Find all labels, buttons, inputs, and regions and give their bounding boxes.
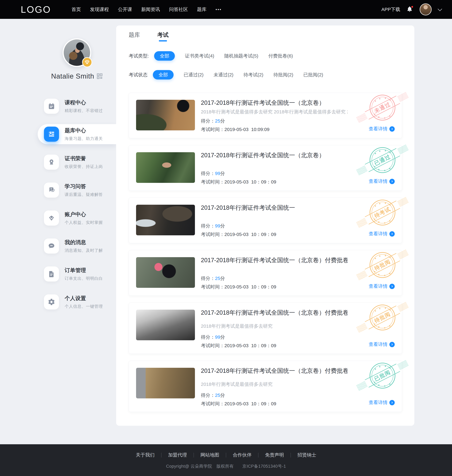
footer-link-partners[interactable]: 合作伙伴: [233, 452, 252, 458]
sidebar-item-subtitle: 精彩课程、不容错过: [65, 108, 103, 113]
status-stamp: 未通过: [370, 95, 395, 121]
medal-icon: [44, 155, 59, 170]
exam-description: 2018年行测考试是最值得多去研究: [201, 323, 348, 329]
exam-card-list: 2017-2018年行测证件考试全国统一（北京卷） 2018年行测考试是最值得多…: [129, 93, 402, 412]
view-detail-link[interactable]: 查看详情›: [369, 283, 395, 290]
exam-card: 2017-2018年行测证件考试全国统一（北京卷）付费批卷 2018年行测考试是…: [129, 303, 402, 354]
footer-separator: [226, 453, 226, 457]
exam-time-value: 2019-05-03 10：09：09: [224, 343, 276, 348]
footer-link-disclaimer[interactable]: 免责声明: [265, 452, 284, 458]
nav-item-question-bank[interactable]: 题库: [197, 6, 206, 13]
sidebar-item-subtitle: 消息通知、及时了解: [65, 248, 103, 253]
exam-time-value: 2019-05-03 10：09：09: [224, 232, 276, 237]
sidebar-item-course-center[interactable]: 课程中心 精彩课程、不容错过: [0, 92, 116, 120]
filter-type-all[interactable]: 全部: [154, 51, 175, 61]
diamond-icon: [44, 211, 59, 226]
sidebar: Natalie Smith 课程中心 精彩课程、不容错过 题库中心: [0, 19, 116, 444]
status-stamp-text: 未通过: [373, 100, 392, 115]
sidebar-item-question-bank-center[interactable]: 题库中心 海量习题、助力通关: [0, 120, 116, 148]
filter-status-reviewed[interactable]: 已批阅(2): [303, 72, 323, 78]
nav-item-discover-courses[interactable]: 发现课程: [90, 6, 109, 13]
sidebar-item-subtitle: 个人信息、一键管理: [65, 304, 103, 309]
exam-type-label: 考试类型:: [129, 53, 149, 59]
sidebar-item-account-center[interactable]: 账户中心 个人权益、实时掌握: [0, 204, 116, 232]
gear-icon: [44, 294, 59, 309]
active-tab-underline: [159, 40, 167, 41]
view-detail-link[interactable]: 查看详情›: [369, 231, 395, 237]
score-line: 得分：99分: [201, 224, 348, 228]
score-line: 得分：99分: [201, 335, 348, 340]
filter-type-paid-grading[interactable]: 付费批卷(6): [268, 53, 293, 59]
exam-time-value: 2019-05-03 10:09:09: [224, 127, 269, 132]
vip-diamond-badge-icon: [82, 57, 92, 67]
tab-exam[interactable]: 考试: [157, 32, 169, 41]
view-detail-link[interactable]: 查看详情›: [369, 126, 395, 132]
filter-status-passed[interactable]: 已通过(2): [184, 72, 204, 78]
profile-name: Natalie Smith: [51, 72, 94, 80]
exam-card: 2017-2018年行测证件考试全国统一 得分：99分 考试时间：2019-05…: [129, 198, 402, 243]
exam-thumbnail: [136, 310, 195, 340]
exam-time-value: 2019-05-03 10：09：09: [224, 401, 276, 406]
view-detail-link[interactable]: 查看详情›: [369, 341, 395, 348]
filter-type-random[interactable]: 随机抽题考试(5): [224, 53, 258, 59]
exam-description: 2018年行测考试是最值得多去研究: [201, 381, 348, 387]
sidebar-item-subtitle: 个人权益、实时掌握: [65, 220, 103, 225]
filter-type-certificate[interactable]: 证书类考试(4): [185, 53, 214, 59]
footer-link-about[interactable]: 关于我们: [136, 452, 155, 458]
view-detail-link[interactable]: 查看详情›: [369, 178, 395, 184]
sidebar-item-my-messages[interactable]: 我的消息 消息通知、及时了解: [0, 232, 116, 260]
footer-link-careers[interactable]: 招贤纳士: [297, 452, 316, 458]
more-menu-icon[interactable]: •••: [215, 7, 222, 12]
nav-item-qa-community[interactable]: 问答社区: [169, 6, 188, 13]
question-bank-icon: [44, 127, 59, 142]
exam-title: 2017-2018年行测证件考试全国统一（北京卷）: [201, 152, 348, 158]
main-nav: 首页 发现课程 公开课 新闻资讯 问答社区 题库 •••: [71, 6, 222, 13]
sidebar-item-subtitle: 订单支出、明明白白: [65, 276, 103, 281]
notification-dot: [411, 6, 413, 8]
svg-text:?: ?: [50, 188, 52, 191]
exam-status-filter-row: 考试状态 全部 已通过(2) 未通过(2) 待考试(2) 待批阅(2) 已批阅(…: [129, 70, 402, 80]
message-bubble-icon: [44, 238, 59, 253]
exam-description: [201, 161, 348, 167]
sidebar-item-order-management[interactable]: 订单管理 订单支出、明明白白: [0, 260, 116, 288]
sidebar-item-personal-settings[interactable]: 个人设置 个人信息、一键管理: [0, 288, 116, 316]
logo[interactable]: LOGO: [21, 4, 51, 15]
score-line: 得分：25分: [201, 119, 348, 123]
app-download-link[interactable]: APP下载: [381, 6, 400, 13]
sidebar-item-certificates[interactable]: 证书荣誉 收获荣誉、持证上岗: [0, 148, 116, 176]
score-line: 得分：25分: [201, 276, 348, 281]
main-panel: 题库 考试 考试类型: 全部 证书类考试(4) 随机抽题考试(5) 付费批卷(6…: [116, 26, 414, 426]
footer-link-agency[interactable]: 加盟代理: [168, 452, 187, 458]
nav-item-news[interactable]: 新闻资讯: [141, 6, 160, 13]
notification-bell-icon[interactable]: [406, 6, 413, 13]
exam-thumbnail: [136, 257, 195, 288]
footer-links: 关于我们 加盟代理 网站地图 合作伙伴 免责声明 招贤纳士: [0, 452, 452, 458]
exam-title: 2017-2018年行测证件考试全国统一（北京卷）付费批卷: [201, 368, 348, 374]
tab-question-bank[interactable]: 题库: [129, 32, 140, 41]
filter-status-failed[interactable]: 未通过(2): [214, 72, 233, 78]
filter-status-pending-review[interactable]: 待批阅(2): [273, 72, 293, 78]
filter-status-upcoming[interactable]: 待考试(2): [243, 72, 263, 78]
footer: 关于我们 加盟代理 网站地图 合作伙伴 免责声明 招贤纳士 Copyright@…: [0, 444, 452, 476]
nav-right-group: APP下载: [381, 3, 441, 15]
exam-thumbnail: [136, 368, 195, 398]
sidebar-item-study-qa[interactable]: ? 学习问答 课后重温、疑难解答: [0, 176, 116, 204]
footer-link-sitemap[interactable]: 网站地图: [200, 452, 219, 458]
nav-item-home[interactable]: 首页: [71, 6, 81, 13]
filter-status-all[interactable]: 全部: [153, 70, 173, 80]
exam-card: 2017-2018年行测证件考试全国统一（北京卷）付费批卷 2018年行测考试是…: [129, 361, 402, 412]
status-stamp-text: 待考试: [373, 205, 392, 220]
exam-description: 2018年行测考试是最值得多去研究 2018年行测考试是最值得多去研究 2018…: [201, 109, 348, 115]
score-value: 99: [215, 223, 220, 228]
view-detail-link[interactable]: 查看详情›: [369, 399, 395, 406]
chevron-down-icon[interactable]: [438, 7, 442, 11]
score-line: 得分：99分: [201, 171, 348, 176]
footer-separator: [161, 453, 161, 457]
user-avatar[interactable]: [420, 3, 432, 15]
qr-code-icon[interactable]: [97, 73, 103, 79]
nav-item-open-courses[interactable]: 公开课: [118, 6, 132, 13]
score-value: 25: [215, 276, 220, 281]
status-stamp-text: 已通过: [373, 153, 392, 167]
sidebar-item-subtitle: 海量习题、助力通关: [65, 136, 103, 141]
status-stamp: 待批阅: [370, 252, 395, 278]
